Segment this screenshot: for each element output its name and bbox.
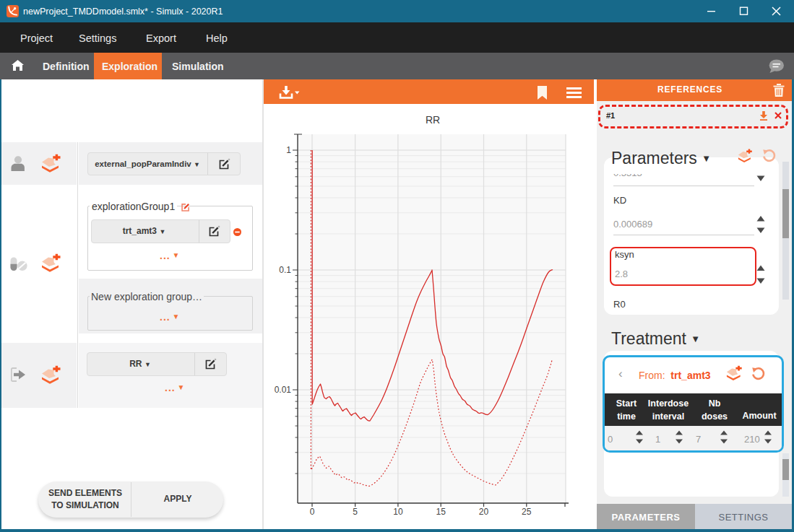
svg-text:15: 15 (436, 507, 446, 517)
svg-text:RR: RR (426, 114, 440, 126)
svg-text:0.01: 0.01 (275, 385, 292, 395)
svg-text:25: 25 (522, 507, 532, 517)
svg-text:5: 5 (353, 507, 358, 517)
svg-text:20: 20 (479, 507, 489, 517)
svg-text:1: 1 (286, 145, 291, 155)
svg-text:0.1: 0.1 (279, 265, 291, 275)
svg-text:0: 0 (310, 507, 315, 517)
svg-text:10: 10 (393, 507, 403, 517)
